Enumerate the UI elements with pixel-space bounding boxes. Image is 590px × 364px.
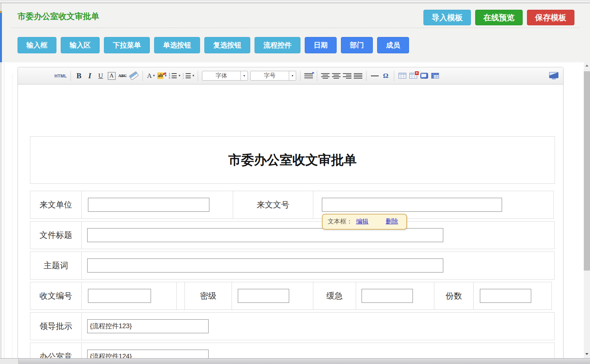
online-preview-button[interactable]: 在线预览 [475,10,523,25]
triangle-up-icon [585,65,588,67]
font-family-select[interactable]: 字体▾ [202,71,248,81]
table-cells-button[interactable] [430,70,440,82]
toolbar-separator [317,71,317,81]
italic-button[interactable]: I [85,70,95,82]
field-cell [232,282,313,310]
vertical-scrollbar[interactable] [584,62,590,358]
align-left-button[interactable] [321,70,330,82]
field-label: 主题词 [30,251,82,280]
form-row: 领导批示{流程控件123} [30,312,555,340]
chevron-down-icon[interactable]: ▾ [193,74,195,77]
unordered-list-button[interactable]: ▾ [182,70,195,82]
input-area-button[interactable]: 输入区 [61,37,100,53]
highlight-button[interactable]: ab▾ [157,70,167,82]
field-cell [81,251,555,280]
fullscreen-button[interactable] [549,70,558,82]
align-center-button[interactable] [332,70,341,82]
align-justify-button[interactable] [353,70,363,82]
widget-button-row: 输入框输入区下拉菜单单选按钮复选按钮流程控件日期部门成员 [18,37,409,53]
field-cell [473,282,552,310]
tooltip-label: 文本框： [328,218,353,226]
font-size-select[interactable]: 字号▾ [250,71,296,81]
chevron-down-icon[interactable]: ▾ [179,74,181,77]
dropdown-menu-button[interactable]: 下拉菜单 [104,37,150,53]
scroll-up-button[interactable] [584,62,590,69]
form-text-input[interactable] [87,258,443,273]
toolbar-separator [300,71,300,81]
chevron-down-icon[interactable]: ▾ [153,74,155,77]
window-bottom-bar [0,358,590,364]
form-row: 主题词 [30,251,555,280]
scrollbar-thumb[interactable] [584,71,590,271]
font-color-icon: A [147,72,152,80]
field-label: 密级 [184,282,232,310]
form-text-input[interactable] [88,289,151,303]
horizontal-rule-button[interactable] [370,70,379,82]
checkbox-button-button[interactable]: 复选按钮 [204,37,250,53]
bold-button[interactable]: B [74,70,84,82]
form-text-input[interactable]: {流程控件123} [87,319,209,333]
align-right-button[interactable] [342,70,352,82]
indent-button[interactable] [304,70,313,82]
toolbar-separator [70,71,71,81]
edit-link[interactable]: 编辑 [356,218,369,226]
form-text-input[interactable] [238,289,289,303]
special-char-button[interactable]: Ω [381,70,390,82]
field-cell [81,191,233,219]
form-text-input[interactable] [322,198,502,212]
align-justify-icon [354,73,362,79]
save-template-button[interactable]: 保存模板 [527,10,574,25]
form-text-input[interactable] [88,198,209,212]
font-style-button[interactable]: A [107,70,116,82]
delete-table-icon [409,73,417,79]
font-color-button[interactable]: A▾ [146,70,156,82]
form-text-input[interactable]: {流程控件124} [87,350,209,358]
widget-tooltip: 文本框： 编辑 删除 [322,214,407,230]
editor-content[interactable]: 市委办公室收文审批单 来文单位来文文号文件标题主题词收文编号密级缓急份数领导批示… [18,84,563,358]
table-cells-icon [431,73,439,79]
table-properties-icon [420,73,428,79]
form-row: 来文单位来文文号 [30,191,555,219]
delete-link[interactable]: 删除 [386,218,398,226]
underline-button[interactable]: U [96,70,105,82]
page-title: 市委办公室收文审批单 [18,11,99,22]
field-label: 办公室意 [30,343,82,358]
field-label: 文件标题 [30,221,82,249]
form-text-input[interactable] [362,289,413,303]
import-template-button[interactable]: 导入模板 [423,10,471,25]
ordered-list-button[interactable]: ▾ [168,70,181,82]
strikethrough-icon: ABC [118,74,126,78]
field-label: 份数 [434,282,474,310]
strikethrough-button[interactable]: ABC [118,70,127,82]
chevron-down-icon[interactable]: ▾ [241,71,248,80]
delete-table-button[interactable] [409,70,418,82]
bottom-bar-left-segment [0,359,19,364]
flow-control-button[interactable]: 流程控件 [255,37,300,53]
department-button[interactable]: 部门 [341,37,373,53]
eraser-button[interactable] [129,70,139,82]
ordered-list-icon [168,73,177,79]
radio-button-button[interactable]: 单选按钮 [154,37,200,53]
main-panel: HTMLBIUAABCA▾ab▾▾▾字体▾字号▾Ω 市委办公室收文审批单 来文单… [4,62,584,358]
member-button[interactable]: 成员 [377,37,409,53]
date-button[interactable]: 日期 [305,37,337,53]
chevron-down-icon[interactable]: ▾ [289,71,296,80]
insert-table-button[interactable] [398,70,407,82]
html-source-button[interactable]: HTML [54,70,67,82]
insert-table-icon [399,73,406,79]
table-properties-button[interactable] [420,70,429,82]
align-right-icon [343,73,351,79]
field-label: 缓急 [313,282,356,310]
underline-icon: U [98,72,103,80]
form-text-input[interactable] [87,228,443,242]
editor-toolbar: HTMLBIUAABCA▾ab▾▾▾字体▾字号▾Ω [18,67,563,84]
input-box-button[interactable]: 输入框 [18,37,56,53]
field-cell [81,221,555,249]
html-source-icon: HTML [54,74,67,78]
form-text-input[interactable] [480,289,531,303]
scroll-down-button[interactable] [584,351,590,357]
bold-icon: B [76,72,81,80]
left-accent-bar [0,13,2,62]
align-left-icon [321,73,330,79]
field-cell [81,282,177,310]
